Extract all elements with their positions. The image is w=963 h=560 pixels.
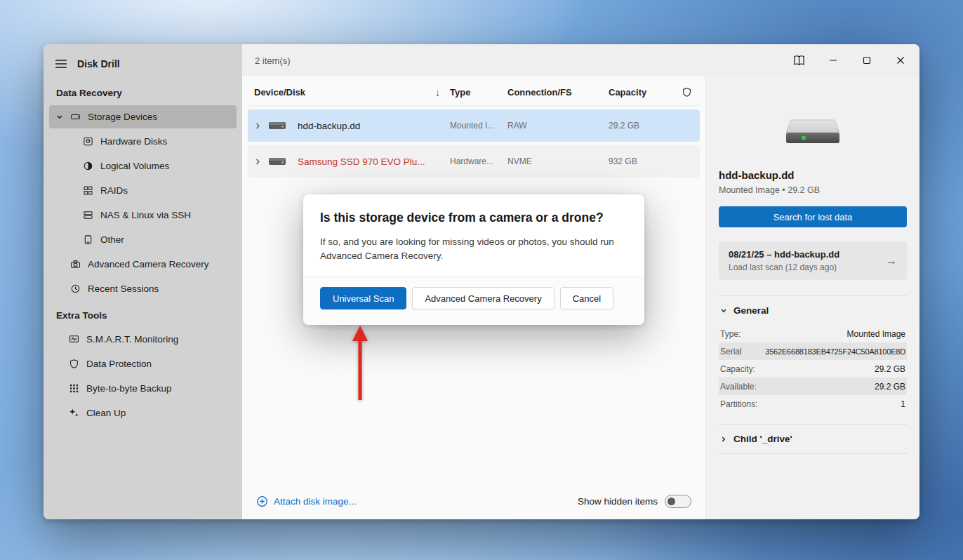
dialog-text: If so, and you are looking for missing v… [320,235,627,262]
other-device-icon [83,234,93,245]
book-icon[interactable] [792,54,806,67]
raids-icon [83,185,93,196]
minimize-button[interactable] [826,54,839,67]
chevron-right-icon [720,436,727,443]
drive-illustration [774,112,851,151]
advanced-camera-recovery-button[interactable]: Advanced Camera Recovery [412,287,554,309]
expand-chevron-icon[interactable] [254,122,261,130]
details-panel: hdd-backup.dd Mounted Image • 29.2 GB Se… [705,76,919,519]
sidebar-item-label: NAS & Linux via SSH [100,210,191,220]
session-title: 08/21/25 – hdd-backup.dd [729,249,839,260]
sidebar-item-hardware-disks[interactable]: Hardware Disks [49,130,237,153]
sidebar-item-clean-up[interactable]: Clean Up [49,401,237,425]
ssd-drive-icon [268,156,286,166]
detail-label: Serial [720,347,742,356]
hamburger-menu-icon[interactable] [55,59,67,69]
selected-device-subtitle: Mounted Image • 29.2 GB [719,185,907,195]
general-section-label: General [733,305,769,316]
last-scan-session-card[interactable]: 08/21/25 – hdd-backup.dd Load last scan … [719,241,907,280]
camera-icon [70,259,81,269]
detail-value: 1 [901,399,905,409]
child-drive-label: Child '_drive' [733,434,792,444]
selected-device-name: hdd-backup.dd [719,169,907,181]
toggle-knob [668,498,675,505]
device-type: Hardware... [450,156,507,166]
device-fs: RAW [507,121,609,131]
detail-label: Available: [720,382,757,392]
storage-devices-icon [70,112,81,122]
list-footer: Attach disk image... Show hidden items [242,483,705,519]
child-drive-section-header[interactable]: Child '_drive' [719,425,907,453]
device-type: Mounted I... [450,121,507,131]
sidebar-item-label: RAIDs [100,185,128,196]
detail-value: 29.2 GB [875,364,905,374]
device-name: hdd-backup.dd [293,121,450,131]
history-clock-icon [70,284,81,294]
detail-label: Capacity: [720,364,755,374]
device-capacity: 29.2 GB [609,121,673,131]
detail-row-partitions: Partitions: 1 [719,395,907,413]
sidebar-item-storage-devices[interactable]: Storage Devices [49,105,237,128]
column-connection-fs[interactable]: Connection/FS [507,87,609,98]
detail-label: Partitions: [720,399,757,409]
sidebar-item-advanced-camera-recovery[interactable]: Advanced Camera Recovery [49,253,237,276]
sidebar-item-smart-monitoring[interactable]: S.M.A.R.T. Monitoring [49,328,237,351]
protection-column-icon [682,87,692,98]
items-count: 2 item(s) [255,55,291,66]
divider [719,453,907,454]
sidebar-item-label: Hardware Disks [100,136,167,147]
logical-volumes-icon [83,161,93,171]
sidebar-item-label: Byte-to-byte Backup [86,383,172,394]
smart-monitoring-icon [69,334,79,345]
sidebar-item-byte-backup[interactable]: Byte-to-byte Backup [49,377,237,400]
disk-image-icon [268,121,286,131]
detail-value: 3562E6688183EB4725F24C50A8100E8D [765,347,905,356]
detail-row-available: Available: 29.2 GB [719,378,907,395]
device-capacity: 932 GB [609,156,673,166]
table-row[interactable]: hdd-backup.dd Mounted I... RAW 29.2 GB [248,109,700,142]
table-row[interactable]: Samsung SSD 970 EVO Plu... Hardware... N… [248,145,700,178]
sidebar-item-raids[interactable]: RAIDs [49,179,237,202]
attach-disk-image-link[interactable]: Attach disk image... [256,495,357,507]
plus-circle-icon [256,495,268,507]
detail-row-capacity: Capacity: 29.2 GB [719,360,907,378]
sidebar-item-label: Recent Sessions [88,284,159,294]
column-device-disk[interactable]: Device/Disk [254,87,305,98]
sidebar-item-label: Data Protection [86,359,152,369]
sidebar-item-label: Logical Volumes [100,161,169,171]
close-button[interactable] [894,54,907,67]
sidebar-item-label: Clean Up [86,408,126,418]
detail-value: Mounted Image [847,329,905,339]
detail-row-serial: Serial 3562E6688183EB4725F24C50A8100E8D [719,342,907,360]
hardware-disks-icon [83,136,93,147]
column-capacity[interactable]: Capacity [609,87,673,98]
detail-value: 29.2 GB [875,382,905,392]
sidebar-item-label: S.M.A.R.T. Monitoring [86,334,178,345]
sidebar-item-nas-ssh[interactable]: NAS & Linux via SSH [49,204,237,227]
expand-chevron-icon[interactable] [254,158,261,166]
arrow-right-icon: → [886,255,897,267]
sidebar-item-label: Advanced Camera Recovery [88,259,209,269]
show-hidden-toggle[interactable] [665,495,691,508]
sidebar-item-recent-sessions[interactable]: Recent Sessions [49,277,237,300]
sidebar: Disk Drill Data Recovery Storage Devices… [44,44,242,519]
device-fs: NVME [507,156,609,166]
detail-row-type: Type: Mounted Image [719,325,907,342]
column-type[interactable]: Type [450,87,507,98]
detail-label: Type: [720,329,740,339]
cancel-button[interactable]: Cancel [560,287,613,309]
universal-scan-button[interactable]: Universal Scan [320,287,406,309]
sidebar-item-logical-volumes[interactable]: Logical Volumes [49,154,237,178]
nas-server-icon [83,210,93,220]
sidebar-item-other[interactable]: Other [49,228,237,251]
camera-drone-dialog: Is this storage device from a camera or … [303,194,644,325]
search-lost-data-button[interactable]: Search for lost data [719,206,907,227]
section-header-extra-tools: Extra Tools [44,302,242,326]
maximize-button[interactable] [860,54,873,67]
shield-icon [69,359,79,369]
section-header-data-recovery: Data Recovery [44,79,242,104]
sort-descending-icon[interactable]: ↓ [435,87,440,98]
desktop-wallpaper: Disk Drill Data Recovery Storage Devices… [0,0,963,560]
sidebar-item-data-protection[interactable]: Data Protection [49,352,237,375]
general-section-header[interactable]: General [719,296,907,325]
